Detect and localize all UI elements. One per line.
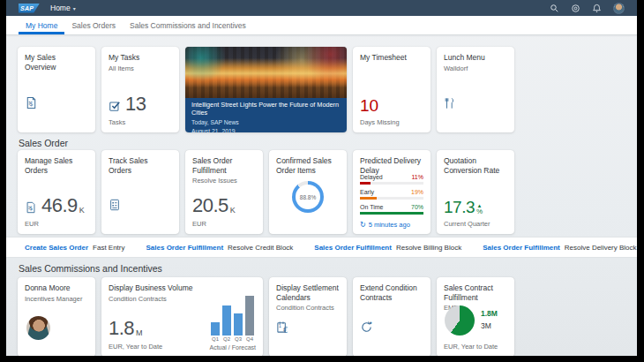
row-value: 19% xyxy=(411,189,423,196)
news-headline: Intelligent Street Lights Power the Futu… xyxy=(191,101,341,117)
tile-extend-condition-contracts[interactable]: Extend Condition Contracts ★ xyxy=(353,277,431,356)
tile-my-tasks[interactable]: My Tasks All Items 13 Tasks xyxy=(101,47,179,132)
section-header-commissions: Sales Commissions and Incentives xyxy=(6,263,637,274)
tile-donna-moore[interactable]: Donna Moore Incentives Manager xyxy=(18,277,95,356)
comparison-chart: Delayed11% Early19% On Time70% xyxy=(360,174,423,219)
tile-title: Extend Condition Contracts xyxy=(360,283,423,302)
svg-text:★: ★ xyxy=(369,321,372,325)
task-check-icon xyxy=(109,100,121,112)
copilot-icon[interactable] xyxy=(571,4,580,13)
link-resolve-billing-block: Sales Order Fulfillment Resolve Billing … xyxy=(314,244,461,252)
tile-footer: Current Quarter xyxy=(444,220,490,228)
tab-my-home[interactable]: My Home xyxy=(19,16,64,34)
tile-news[interactable]: Intelligent Street Lights Power the Futu… xyxy=(185,47,347,132)
bar-q2 xyxy=(222,305,231,336)
tile-lunch-menu[interactable]: Lunch Menu Walldorf xyxy=(437,47,514,132)
row-value: 70% xyxy=(411,204,423,211)
radial-chart: 88.8% xyxy=(292,181,324,213)
tile-subtitle: Resolve Issues xyxy=(192,177,256,185)
tasks-count: 13 xyxy=(125,95,146,114)
link[interactable]: Sales Order Fulfillment xyxy=(314,244,392,252)
bar-label: Q3 xyxy=(235,336,242,342)
tile-title: My Timesheet xyxy=(360,53,423,63)
tile-title: Sales Contract Fulfillment xyxy=(444,283,507,302)
chevron-down-icon: ▾ xyxy=(73,5,76,11)
tile-title: Display Business Volume xyxy=(109,283,256,293)
user-avatar[interactable] xyxy=(613,3,625,14)
document-list-icon xyxy=(109,199,121,211)
tile-sales-order-fulfillment[interactable]: Sales Order Fulfillment Resolve Issues 2… xyxy=(185,150,263,234)
shell-bar: SAP Home ▾ xyxy=(6,0,637,16)
days-missing-count: 10 xyxy=(360,97,378,114)
tile-sales-contract-fulfillment[interactable]: Sales Contract Fulfillment EMEA 1.8M 3M … xyxy=(437,277,514,356)
sap-logo[interactable]: SAP xyxy=(19,4,40,13)
tile-footer: EUR xyxy=(192,220,206,228)
donna-avatar xyxy=(26,316,50,340)
calendar-euro-icon: 1€ xyxy=(276,321,289,334)
tile-title: Quotation Conversion Rate xyxy=(444,156,507,175)
tile-track-sales-orders[interactable]: Track Sales Orders xyxy=(101,150,179,234)
meal-icon xyxy=(444,97,456,109)
kpi-unit: K xyxy=(230,206,236,215)
tile-title: Display Settlement Calendars xyxy=(276,283,340,302)
bar-label: Q1 xyxy=(212,336,219,342)
tile-footer: EUR xyxy=(25,220,39,228)
chart-caption: Actual / Forecast xyxy=(209,344,256,351)
shell-home-menu[interactable]: Home ▾ xyxy=(50,4,76,12)
kpi-value: 46.9 xyxy=(41,197,78,215)
chart-row-delayed: Delayed11% xyxy=(360,174,423,185)
quick-links-strip: Create Sales Order Fast Entry Sales Orde… xyxy=(6,238,637,257)
link[interactable]: Sales Order Fulfillment xyxy=(146,244,224,252)
tile-my-timesheet[interactable]: My Timesheet 10 Days Missing xyxy=(353,47,431,132)
link[interactable]: Create Sales Order xyxy=(25,244,88,252)
fiori-launchpad: SAP Home ▾ My Home Sales Orders Sales Co… xyxy=(6,0,637,356)
refresh-icon: ↻ xyxy=(360,222,366,229)
tile-title: Manage Sales Orders xyxy=(25,156,88,175)
tile-display-settlement-calendars[interactable]: Display Settlement Calendars Condition C… xyxy=(269,277,347,356)
bar-q4-forecast xyxy=(245,296,254,336)
tile-subtitle: All Items xyxy=(109,64,172,72)
tab-sales-orders[interactable]: Sales Orders xyxy=(64,16,123,34)
row-value: 11% xyxy=(412,174,424,181)
search-icon[interactable] xyxy=(550,4,559,13)
row-label: Early xyxy=(360,189,374,196)
tile-display-business-volume[interactable]: Display Business Volume Condition Contra… xyxy=(101,277,263,356)
news-image xyxy=(185,47,347,98)
tile-footer: Days Missing xyxy=(360,118,400,126)
tile-title: Predicted Delivery Delay xyxy=(360,156,423,175)
news-source: Today, SAP News xyxy=(191,118,341,126)
tile-predicted-delivery-delay[interactable]: Predicted Delivery Delay Delayed11% Earl… xyxy=(353,150,431,234)
link-desc: Resolve Credit Block xyxy=(228,244,293,252)
kpi-value: 1.8 xyxy=(109,320,134,338)
anchor-navigation: My Home Sales Orders Sales Commissions a… xyxy=(6,16,637,35)
link-desc: Resolve Billing Block xyxy=(396,244,461,252)
tile-title: My Sales Overview xyxy=(25,53,88,72)
tile-my-sales-overview[interactable]: My Sales Overview $ xyxy=(18,47,95,132)
tile-title: Track Sales Orders xyxy=(109,156,172,175)
kpi-unit: % xyxy=(476,208,483,215)
link-create-sales-order: Create Sales Order Fast Entry xyxy=(25,244,125,252)
link[interactable]: Sales Order Fulfillment xyxy=(483,244,560,252)
target-value: 3M xyxy=(481,321,491,330)
bar-q3 xyxy=(234,313,243,336)
tile-manage-sales-orders[interactable]: Manage Sales Orders $ 46.9 K EUR xyxy=(18,150,95,234)
shell-actions xyxy=(550,3,625,14)
tab-sales-commissions[interactable]: Sales Commissions and Incentives xyxy=(123,16,253,34)
link-resolve-credit-block: Sales Order Fulfillment Resolve Credit B… xyxy=(146,244,294,252)
section-header-sales-order: Sales Order xyxy=(6,138,637,148)
refresh-status[interactable]: ↻ 5 minutes ago xyxy=(360,221,410,229)
tile-footer: EUR, Year to Date xyxy=(444,343,498,351)
kpi-value: 17.3 xyxy=(444,200,475,215)
tile-title: Donna Moore xyxy=(25,283,88,293)
bar-label: Q4 xyxy=(246,336,253,342)
tile-confirmed-sales-order-items[interactable]: Confirmed Sales Order Items 88.8% xyxy=(269,150,347,234)
tile-quotation-conversion-rate[interactable]: Quotation Conversion Rate 17.3 ▲ % Curre… xyxy=(437,150,514,234)
link-resolve-delivery-block: Sales Order Fulfillment Resolve Delivery… xyxy=(483,244,636,252)
notifications-bell-icon[interactable] xyxy=(592,4,602,13)
sales-order-tile-row: Manage Sales Orders $ 46.9 K EUR Track S… xyxy=(6,150,637,234)
tile-subtitle: Walldorf xyxy=(444,64,507,72)
link-desc: Resolve Delivery Block xyxy=(565,244,637,252)
chart-row-early: Early19% xyxy=(360,189,423,200)
renew-star-icon: ★ xyxy=(360,321,373,334)
actual-value: 1.8M xyxy=(481,309,498,318)
